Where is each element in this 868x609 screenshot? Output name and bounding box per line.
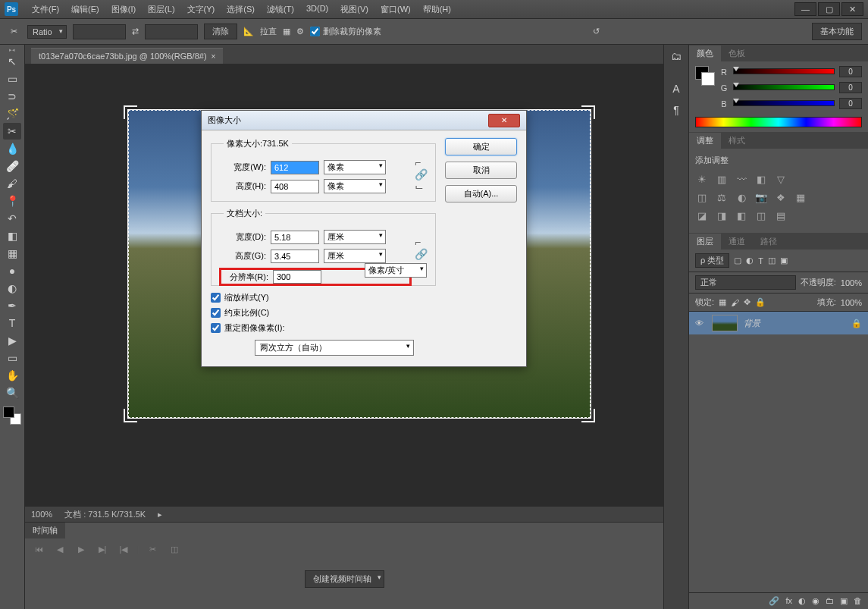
stamp-tool[interactable]: 📍: [3, 193, 21, 209]
straighten-icon[interactable]: 📐: [243, 27, 254, 36]
swap-icon[interactable]: ⇄: [132, 27, 139, 36]
tl-cut-icon[interactable]: ✂: [146, 543, 161, 555]
filter-pixel-icon[interactable]: ▢: [734, 256, 741, 265]
zoom-tool[interactable]: 🔍: [3, 385, 21, 401]
timeline-tab[interactable]: 时间轴: [25, 523, 65, 538]
healing-tool[interactable]: 🩹: [3, 158, 21, 174]
link-layers-icon[interactable]: 🔗: [769, 596, 779, 606]
delete-cropped-checkbox[interactable]: 删除裁剪的像素: [310, 26, 381, 37]
adj-brightness-icon[interactable]: ☀: [695, 172, 709, 186]
menu-filter[interactable]: 滤镜(T): [261, 1, 300, 18]
adj-mixer-icon[interactable]: ❖: [774, 190, 788, 204]
create-timeline-button[interactable]: 创建视频时间轴: [305, 570, 384, 588]
tl-next-icon[interactable]: ▶|: [95, 543, 110, 555]
path-select-tool[interactable]: ▶: [3, 332, 21, 349]
dialog-close-button[interactable]: ✕: [488, 114, 520, 127]
adj-hue-icon[interactable]: ◫: [695, 190, 709, 204]
g-slider[interactable]: [733, 84, 835, 92]
document-tab[interactable]: t013e7a070c6cae73bb.jpg @ 100%(RGB/8#) ×: [31, 48, 223, 64]
tl-play-icon[interactable]: ▶: [74, 543, 89, 555]
crop-handle-tl[interactable]: [124, 105, 137, 119]
pen-tool[interactable]: ✒: [3, 297, 21, 314]
adj-curves-icon[interactable]: 〰: [735, 172, 748, 186]
eyedropper-tool[interactable]: 💧: [3, 140, 21, 157]
constrain-input[interactable]: [211, 308, 221, 318]
doc-info[interactable]: 文档 : 731.5 K/731.5K: [64, 509, 146, 520]
cancel-button[interactable]: 取消: [445, 162, 517, 179]
styles-tab[interactable]: 样式: [721, 133, 753, 149]
menu-view[interactable]: 视图(V): [334, 1, 374, 18]
adj-lookup-icon[interactable]: ▦: [794, 190, 807, 204]
dialog-titlebar[interactable]: 图像大小 ✕: [202, 111, 526, 130]
constrain-link-icon[interactable]: ⌐🔗⌙: [415, 156, 428, 193]
crop-handle-bl[interactable]: [124, 409, 137, 422]
fill-value[interactable]: 100%: [841, 298, 862, 307]
adj-vibrance-icon[interactable]: ▽: [774, 172, 788, 186]
swatches-tab[interactable]: 色板: [721, 46, 753, 61]
blur-tool[interactable]: ●: [3, 262, 21, 279]
new-layer-icon[interactable]: ▣: [840, 596, 848, 606]
b-value[interactable]: 0: [839, 98, 862, 109]
marquee-tool[interactable]: ▭: [3, 71, 21, 87]
filter-kind-select[interactable]: ρ 类型: [695, 253, 729, 268]
resolution-input[interactable]: 300: [273, 270, 321, 284]
menu-file[interactable]: 文件(F): [26, 1, 65, 18]
adjustment-layer-icon[interactable]: ◉: [812, 596, 819, 606]
width-d-input[interactable]: 5.18: [271, 231, 319, 244]
adj-threshold-icon[interactable]: ◧: [735, 209, 748, 222]
quick-select-tool[interactable]: 🪄: [3, 105, 21, 122]
gradient-tool[interactable]: ▦: [3, 245, 21, 262]
menu-3d[interactable]: 3D(D): [300, 1, 334, 18]
auto-button[interactable]: 自动(A)...: [445, 185, 517, 202]
tl-transition-icon[interactable]: ◫: [167, 543, 182, 555]
r-value[interactable]: 0: [839, 66, 862, 77]
menu-layer[interactable]: 图层(L): [142, 1, 180, 18]
crop-tool[interactable]: ✂: [3, 123, 21, 140]
crop-handle-br[interactable]: [581, 409, 595, 422]
b-slider[interactable]: [733, 100, 835, 108]
layers-tab[interactable]: 图层: [689, 234, 721, 250]
lock-pos-icon[interactable]: ✥: [744, 297, 750, 307]
layer-background[interactable]: 👁 背景 🔒: [689, 312, 868, 334]
crop-handle-tr[interactable]: [581, 105, 595, 119]
blend-mode-select[interactable]: 正常: [695, 275, 796, 290]
zoom-level[interactable]: 100%: [31, 510, 52, 519]
reset-icon[interactable]: ↺: [593, 27, 600, 36]
adj-levels-icon[interactable]: ▥: [715, 172, 729, 186]
height-h-input[interactable]: 408: [271, 180, 319, 193]
fx-icon[interactable]: fx: [785, 596, 792, 606]
shape-tool[interactable]: ▭: [3, 350, 21, 366]
tab-close-icon[interactable]: ×: [212, 52, 216, 61]
close-button[interactable]: ✕: [841, 2, 863, 16]
ratio-h-input[interactable]: [145, 24, 198, 39]
clear-button[interactable]: 清除: [204, 24, 237, 39]
opacity-value[interactable]: 100%: [841, 278, 862, 287]
move-tool[interactable]: ↖: [3, 53, 21, 70]
g-value[interactable]: 0: [839, 82, 862, 93]
delete-layer-icon[interactable]: 🗑: [854, 596, 862, 606]
tl-first-icon[interactable]: ⏮: [31, 543, 46, 555]
color-swatch[interactable]: [3, 407, 21, 425]
history-panel-icon[interactable]: 🗂: [668, 48, 685, 64]
height-g-unit[interactable]: 厘米: [324, 249, 386, 263]
type-tool[interactable]: T: [3, 315, 21, 331]
color-bg[interactable]: [701, 72, 715, 86]
grid-icon[interactable]: ▦: [283, 27, 290, 36]
maximize-button[interactable]: ▢: [818, 2, 840, 16]
eraser-tool[interactable]: ◧: [3, 228, 21, 244]
paragraph-panel-icon[interactable]: ¶: [668, 102, 685, 118]
paths-tab[interactable]: 路径: [753, 234, 785, 250]
width-w-unit[interactable]: 像素: [324, 160, 386, 174]
resolution-unit[interactable]: 像素/英寸: [365, 263, 427, 278]
menu-select[interactable]: 选择(S): [221, 1, 261, 18]
ok-button[interactable]: 确定: [445, 138, 517, 155]
height-g-input[interactable]: 3.45: [271, 250, 319, 263]
filter-shape-icon[interactable]: ◫: [768, 256, 776, 265]
tl-back-icon[interactable]: |◀: [116, 543, 131, 555]
visibility-icon[interactable]: 👁: [695, 319, 706, 328]
scale-styles-input[interactable]: [211, 293, 221, 303]
color-tab[interactable]: 颜色: [689, 46, 721, 61]
adj-bw-icon[interactable]: ◐: [735, 190, 748, 204]
hand-tool[interactable]: ✋: [3, 367, 21, 384]
adj-selective-icon[interactable]: ▤: [774, 209, 788, 222]
